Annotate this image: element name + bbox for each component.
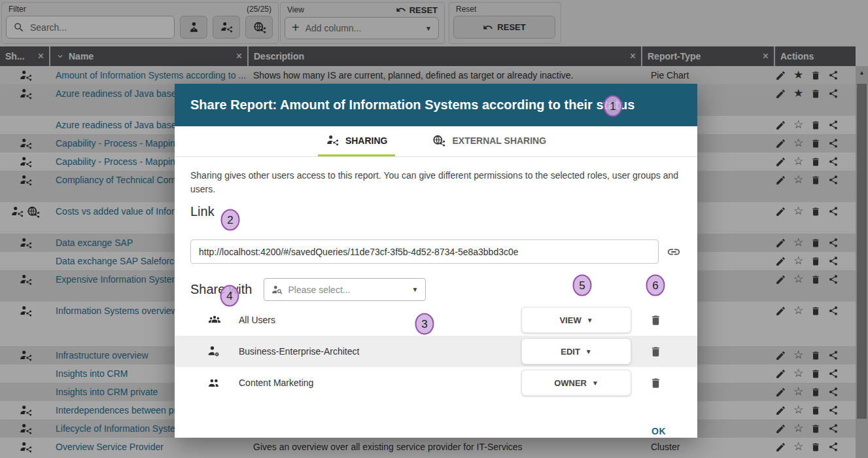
share-entry-row: Content MarketingOWNER▼ — [175, 367, 697, 398]
share-entry-name: Content Marketing — [239, 378, 521, 388]
chevron-down-icon: ▼ — [592, 379, 599, 387]
annotation-badge-5: 5 — [573, 275, 592, 296]
annotation-badge-4: 4 — [220, 285, 239, 307]
permission-value: EDIT — [561, 347, 580, 357]
chevron-down-icon: ▼ — [587, 317, 593, 324]
link-icon[interactable] — [667, 245, 681, 259]
chevron-down-icon: ▼ — [585, 348, 592, 355]
app-root: Filter (25/25) Search... — [0, 0, 868, 458]
permission-dropdown[interactable]: VIEW▼ — [521, 307, 631, 333]
globe-share-icon — [432, 134, 445, 147]
annotation-badge-2: 2 — [221, 209, 240, 231]
link-heading: Link — [190, 204, 682, 219]
user-gear-icon — [207, 345, 224, 358]
chevron-down-icon: ▼ — [412, 286, 419, 293]
share-entry-row: Business-Enterprise-ArchitectEDIT▼ — [175, 336, 697, 367]
share-entry-name: All Users — [239, 315, 521, 325]
annotation-badge-3: 3 — [415, 313, 434, 335]
person-share-icon — [326, 134, 339, 147]
permission-dropdown[interactable]: OWNER▼ — [521, 370, 631, 396]
permission-value: OWNER — [554, 378, 587, 388]
share-select-placeholder: Please select... — [288, 285, 407, 295]
share-report-dialog: Share Report: Amount of Information Syst… — [175, 84, 697, 438]
person-search-icon — [271, 284, 283, 296]
dialog-title: Share Report: Amount of Information Syst… — [190, 97, 634, 113]
permission-dropdown[interactable]: EDIT▼ — [521, 338, 631, 364]
share-with-select[interactable]: Please select... ▼ — [264, 278, 426, 301]
permission-value: VIEW — [559, 315, 581, 325]
dialog-tabs: SHARING EXTERNAL SHARING — [175, 126, 697, 157]
people-icon — [207, 377, 224, 389]
group-icon — [207, 313, 224, 326]
remove-entry-icon[interactable] — [650, 376, 662, 390]
annotation-badge-1: 1 — [604, 96, 623, 117]
tab-external-sharing[interactable]: EXTERNAL SHARING — [424, 126, 554, 156]
share-link-input[interactable]: http://localhost:4200/#/savedQueries/11d… — [190, 239, 659, 264]
ok-button[interactable]: OK — [651, 426, 666, 436]
annotation-badge-6: 6 — [646, 275, 665, 296]
share-entry-row: All UsersVIEW▼ — [175, 304, 697, 336]
remove-entry-icon[interactable] — [650, 345, 662, 359]
remove-entry-icon[interactable] — [650, 313, 662, 327]
tab-sharing[interactable]: SHARING — [318, 126, 396, 156]
dialog-body: Sharing gives other users access to this… — [175, 157, 697, 436]
share-entry-list: All UsersVIEW▼Business-Enterprise-Archit… — [175, 304, 697, 398]
sharing-description: Sharing gives other users access to this… — [190, 169, 680, 196]
share-entry-name: Business-Enterprise-Architect — [239, 346, 521, 357]
